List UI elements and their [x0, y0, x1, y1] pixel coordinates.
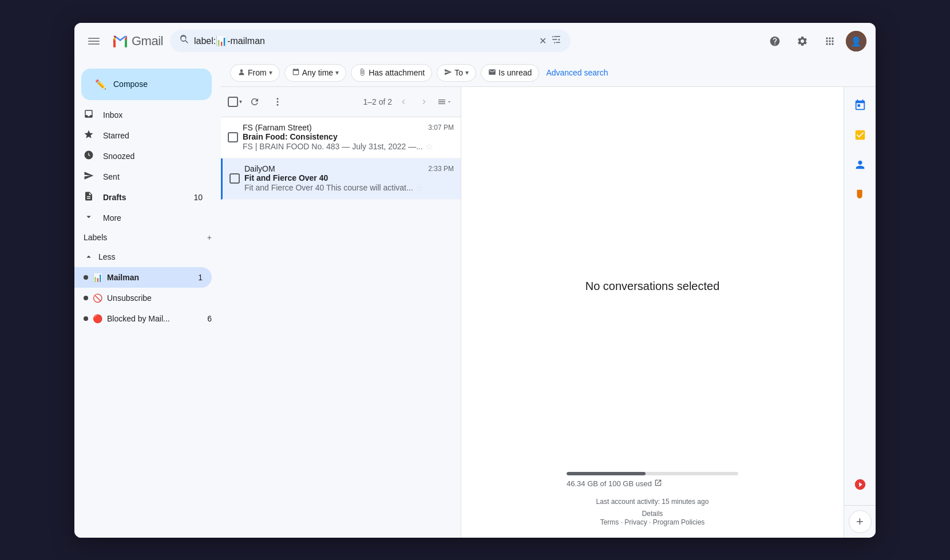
no-conversations: No conversations selected — [585, 110, 720, 463]
unsubscribe-dot — [84, 296, 88, 300]
attachment-icon — [358, 68, 366, 78]
storage-section: 46.34 GB of 100 GB used Last account act… — [473, 463, 832, 526]
unread-icon — [488, 68, 496, 78]
right-sidebar: + — [844, 87, 876, 538]
activity-text: Last account activity: 15 minutes ago — [596, 498, 709, 506]
add-apps-button[interactable]: + — [849, 510, 872, 533]
apps-button[interactable] — [818, 30, 841, 53]
sidebar-item-sent[interactable]: Sent — [74, 166, 212, 187]
sidebar-item-more[interactable]: More — [74, 208, 212, 228]
search-bar[interactable]: ✕ — [170, 30, 571, 52]
more-chevron-icon — [84, 212, 94, 224]
unread-filter[interactable]: Is unread — [481, 64, 539, 82]
calendar-icon — [292, 68, 300, 78]
email-2-time: 2:33 PM — [428, 165, 454, 173]
storage-text: 46.34 GB of 100 GB used — [567, 479, 738, 488]
next-page-button[interactable] — [415, 93, 433, 111]
settings-button[interactable] — [791, 30, 814, 53]
sent-icon — [84, 170, 94, 183]
search-input[interactable] — [194, 36, 535, 46]
from-filter[interactable]: From ▾ — [230, 64, 280, 82]
more-label: More — [103, 213, 203, 223]
storage-bar — [567, 472, 738, 475]
anytime-chevron-icon: ▾ — [335, 69, 339, 77]
storage-bar-container: 46.34 GB of 100 GB used — [567, 472, 738, 488]
top-right-icons: 👤 — [763, 30, 866, 53]
app-name: Gmail — [132, 34, 163, 49]
email-2-checkbox[interactable] — [229, 173, 240, 184]
email-1-time: 3:07 PM — [428, 124, 454, 132]
unsubscribe-label: Unsubscribe — [107, 293, 152, 303]
labels-less-item[interactable]: Less — [74, 247, 221, 267]
from-chevron-icon: ▾ — [269, 69, 272, 77]
email-item-2[interactable]: DailyOM 2:33 PM Fit and Fierce Over 40 F… — [221, 158, 461, 200]
sidebar-item-starred[interactable]: Starred — [74, 125, 212, 146]
storage-external-link-icon[interactable] — [654, 479, 662, 488]
label-item-unsubscribe[interactable]: 🚫 Unsubscribe — [74, 288, 221, 308]
email-1-checkbox[interactable] — [228, 132, 238, 142]
blocked-count: 6 — [207, 314, 212, 323]
storage-fill — [567, 472, 646, 475]
labels-header: Labels + — [74, 228, 221, 247]
attachment-filter[interactable]: Has attachment — [351, 64, 432, 82]
pagination-text: 1–2 of 2 — [363, 97, 392, 106]
mailman-count: 1 — [198, 273, 203, 282]
to-filter[interactable]: To ▾ — [437, 64, 476, 82]
details-link[interactable]: Details — [596, 508, 709, 518]
help-button[interactable] — [763, 30, 786, 53]
select-all-checkbox[interactable] — [228, 97, 238, 107]
compose-label: Compose — [113, 80, 148, 89]
drafts-icon — [84, 191, 94, 204]
inbox-icon — [84, 109, 94, 121]
calendar-sidebar-button[interactable] — [849, 94, 872, 117]
drafts-label: Drafts — [103, 193, 184, 202]
todo-sidebar-button[interactable] — [849, 473, 872, 496]
user-avatar[interactable]: 👤 — [846, 31, 866, 51]
starred-label: Starred — [103, 131, 203, 140]
list-view-button[interactable] — [436, 93, 454, 111]
details-label[interactable]: Details — [642, 510, 663, 518]
contacts-sidebar-button[interactable] — [849, 153, 872, 176]
refresh-button[interactable] — [244, 92, 265, 112]
to-chevron-icon: ▾ — [465, 69, 469, 77]
snoozed-icon — [84, 150, 94, 162]
select-all-chevron-icon[interactable]: ▾ — [239, 98, 242, 105]
search-clear-icon[interactable]: ✕ — [539, 35, 547, 46]
sidebar-item-snoozed[interactable]: Snoozed — [74, 146, 212, 166]
attachment-label: Has attachment — [369, 68, 425, 77]
advanced-search-link[interactable]: Advanced search — [546, 68, 608, 77]
snoozed-label: Snoozed — [103, 152, 203, 161]
anytime-filter[interactable]: Any time ▾ — [284, 64, 346, 82]
keep-sidebar-button[interactable] — [849, 183, 872, 206]
prev-page-button[interactable] — [394, 93, 413, 111]
gmail-m-icon — [111, 32, 129, 50]
more-options-button[interactable] — [267, 92, 288, 112]
email-list: ▾ 1–2 of 2 — [221, 87, 461, 538]
anytime-label: Any time — [302, 68, 333, 77]
menu-icon[interactable] — [84, 31, 104, 51]
label-item-mailman[interactable]: 📊 Mailman 1 — [74, 267, 212, 288]
email-item-1[interactable]: FS (Farnam Street) 3:07 PM Brain Food: C… — [221, 117, 461, 158]
mailman-emoji: 📊 — [93, 273, 102, 282]
compose-button[interactable]: ✏️ Compose — [81, 69, 212, 100]
gmail-window: Gmail ✕ 👤 — [74, 23, 876, 538]
labels-add-icon[interactable]: + — [207, 233, 212, 242]
mailman-label: Mailman — [107, 273, 139, 282]
no-conv-text: No conversations selected — [585, 280, 720, 293]
email-1-star-icon[interactable]: ☆ — [425, 141, 433, 152]
tasks-sidebar-button[interactable] — [849, 124, 872, 146]
svg-point-6 — [277, 98, 279, 100]
sidebar-item-inbox[interactable]: Inbox — [74, 105, 212, 125]
email-2-star-icon[interactable]: ☆ — [415, 182, 423, 193]
gmail-logo: Gmail — [111, 32, 163, 50]
select-all-area: ▾ — [228, 97, 242, 107]
to-label: To — [454, 68, 463, 77]
email-1-sender: FS (Farnam Street) — [243, 123, 312, 132]
svg-point-5 — [240, 69, 243, 72]
blocked-dot — [84, 316, 88, 321]
label-item-blocked[interactable]: 🔴 Blocked by Mail... 6 — [74, 308, 221, 329]
search-options-icon[interactable] — [551, 34, 561, 47]
email-2-subject: Fit and Fierce Over 40 — [244, 173, 454, 182]
sidebar-item-drafts[interactable]: Drafts 10 — [74, 187, 212, 208]
add-apps-area: + — [844, 505, 876, 533]
